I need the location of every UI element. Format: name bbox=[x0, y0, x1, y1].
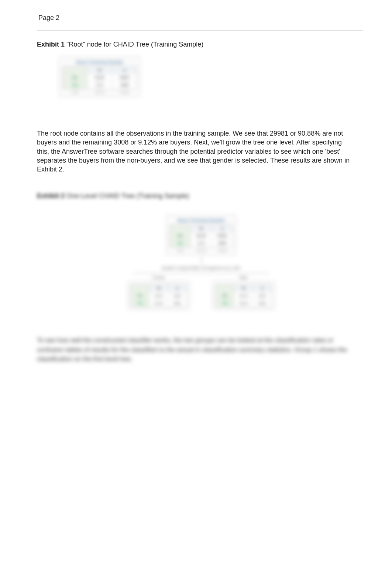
child-nodes: Female %n Noxx.xxxxxx Yesxx.xxxxxx Male … bbox=[122, 276, 281, 310]
exhibit-2-caption: One-Level CHAID Tree (Training Sample) bbox=[65, 192, 189, 200]
root-node-table-2: %n No90.8829981 Yes9.123008 bbox=[169, 225, 233, 247]
header-pct: % bbox=[87, 67, 112, 74]
root-node-title-2: Buyer (Training Sample) bbox=[169, 218, 233, 222]
root-node-table: % n No 90.88 29981 Yes 9.12 3008 bbox=[62, 67, 137, 89]
exhibit-1-title: Exhibit 1 "Root" node for CHAID Tree (Tr… bbox=[37, 41, 355, 48]
foot-n: 32989 bbox=[112, 91, 137, 94]
root-node-box: Buyer (Training Sample) % n No 90.88 299… bbox=[59, 57, 140, 97]
exhibit-2-title: Exhibit 2 One-Level CHAID Tree (Training… bbox=[37, 192, 355, 200]
root-node-box-2: Buyer (Training Sample) %n No90.8829981 … bbox=[166, 215, 236, 255]
child-node-right: Male %n Noxx.xxxxxx Yesxx.xxxxxx bbox=[212, 276, 275, 310]
header-n: n bbox=[112, 67, 137, 74]
child-node-left: Female %n Noxx.xxxxxx Yesxx.xxxxxx bbox=[127, 276, 190, 310]
table-header: % n bbox=[63, 67, 137, 74]
root-node-title: Buyer (Training Sample) bbox=[62, 60, 137, 64]
foot-total: Total bbox=[62, 91, 87, 94]
child-left-label: Female bbox=[127, 276, 190, 280]
exhibit-2-figure: Buyer (Training Sample) %n No90.8829981 … bbox=[122, 215, 281, 310]
split-variable-label: Gender P-value=0.000, Chi-square=xx.xxx,… bbox=[122, 266, 281, 270]
cell-pct: 9.12 bbox=[87, 82, 112, 89]
exhibit-1-figure: Buyer (Training Sample) % n No 90.88 299… bbox=[59, 57, 140, 119]
cell-cat: No bbox=[63, 74, 87, 81]
cell-pct: 90.88 bbox=[87, 74, 112, 81]
exhibit-2-label: Exhibit 2 bbox=[37, 192, 65, 200]
cell-n: 3008 bbox=[112, 82, 137, 89]
tree-hbar bbox=[133, 273, 269, 273]
page-number: Page 2 bbox=[0, 0, 392, 25]
tree-connector bbox=[201, 255, 202, 265]
header-cat bbox=[63, 67, 87, 74]
cell-n: 29981 bbox=[112, 74, 137, 81]
foot-pct: 100.00 bbox=[87, 91, 112, 94]
header-divider bbox=[37, 30, 362, 31]
blurred-paragraph: To see how well the constructed classifi… bbox=[37, 336, 355, 364]
child-right-label: Male bbox=[212, 276, 275, 280]
cell-cat: Yes bbox=[63, 82, 87, 89]
table-row: No 90.88 29981 bbox=[63, 74, 137, 81]
root-node-footer: Total 100.00 32989 bbox=[62, 91, 137, 94]
body-paragraph-1: The root node contains all the observati… bbox=[37, 129, 355, 174]
document-content: Exhibit 1 "Root" node for CHAID Tree (Tr… bbox=[0, 41, 392, 364]
exhibit-1-label: Exhibit 1 bbox=[37, 41, 65, 48]
exhibit-1-caption: "Root" node for CHAID Tree (Training Sam… bbox=[65, 41, 203, 48]
table-row: Yes 9.12 3008 bbox=[63, 81, 137, 89]
